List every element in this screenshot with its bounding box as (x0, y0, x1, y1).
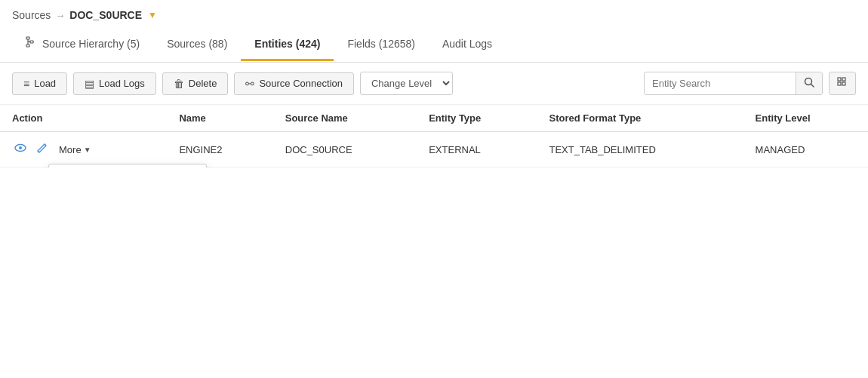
tabs-bar: Source Hierarchy (5) Sources (88) Entiti… (0, 27, 868, 63)
table-cell-stored-format-type: TEXT_TAB_DELIMITED (537, 132, 743, 167)
svg-rect-10 (838, 82, 841, 85)
delete-button[interactable]: 🗑 Delete (162, 72, 229, 95)
col-stored-format-type: Stored Format Type (537, 105, 743, 132)
table-row: More ▼ ≡ Load ▤ Load Logs (0, 132, 868, 167)
change-level-select[interactable]: Change Level (360, 72, 453, 95)
table-cell-entity-type: EXTERNAL (417, 132, 537, 167)
tab-entities-label: Entities (424) (254, 38, 320, 50)
view-icon-button[interactable] (12, 140, 29, 159)
tab-sources-label: Sources (88) (167, 38, 227, 50)
breadcrumb-current: DOC_S0URCE (69, 9, 142, 21)
more-caret-icon: ▼ (84, 146, 91, 154)
source-connection-button-label: Source Connection (259, 78, 343, 89)
col-action: Action (0, 105, 167, 132)
col-name: Name (167, 105, 272, 132)
source-connection-button[interactable]: ⚯ Source Connection (234, 72, 354, 95)
col-source-name: Source Name (273, 105, 417, 132)
entities-table: Action Name Source Name Entity Type Stor… (0, 105, 868, 167)
col-entity-level: Entity Level (743, 105, 868, 132)
tab-entities[interactable]: Entities (424) (241, 29, 334, 61)
hierarchy-icon (26, 36, 38, 51)
load-button-label: Load (34, 78, 56, 89)
action-icons: More ▼ ≡ Load ▤ Load Logs (12, 140, 155, 159)
load-logs-icon: ▤ (85, 78, 94, 90)
table-header-row: Action Name Source Name Entity Type Stor… (0, 105, 868, 132)
load-icon: ≡ (23, 78, 29, 90)
breadcrumb-sources-link[interactable]: Sources (12, 9, 51, 21)
table-cell-entity-level: MANAGED (743, 132, 868, 167)
breadcrumb-dropdown-icon[interactable]: ▼ (148, 10, 157, 20)
tab-audit-logs-label: Audit Logs (442, 38, 492, 50)
tab-source-hierarchy[interactable]: Source Hierarchy (5) (12, 27, 153, 62)
search-icon-button[interactable] (796, 72, 822, 94)
more-dropdown-menu: ≡ Load ▤ Load Logs 🗑 Delete (48, 164, 207, 168)
svg-rect-0 (26, 37, 29, 39)
more-button-label: More (59, 144, 82, 155)
svg-point-13 (19, 146, 22, 149)
table-cell-source-name: DOC_S0URCE (273, 132, 417, 167)
load-logs-button[interactable]: ▤ Load Logs (73, 72, 156, 95)
grid-view-button[interactable] (829, 72, 856, 95)
svg-rect-8 (838, 78, 841, 81)
tab-fields[interactable]: Fields (12658) (334, 29, 429, 61)
search-wrapper (644, 72, 823, 95)
edit-icon-button[interactable] (35, 140, 50, 158)
tab-fields-label: Fields (12658) (347, 38, 415, 50)
tab-audit-logs[interactable]: Audit Logs (429, 29, 506, 61)
col-entity-type: Entity Type (417, 105, 537, 132)
tab-sources[interactable]: Sources (88) (153, 29, 241, 61)
delete-button-label: Delete (189, 78, 217, 89)
table-cell-action: More ▼ ≡ Load ▤ Load Logs (0, 132, 167, 167)
more-button[interactable]: More ▼ (56, 143, 94, 157)
breadcrumb-separator: → (55, 10, 65, 21)
load-button[interactable]: ≡ Load (12, 72, 67, 95)
more-dropdown-container: More ▼ ≡ Load ▤ Load Logs (56, 143, 94, 157)
tab-source-hierarchy-label: Source Hierarchy (5) (42, 38, 140, 50)
load-logs-button-label: Load Logs (99, 78, 145, 89)
table-cell-name: ENGINE2 (167, 132, 272, 167)
toolbar: ≡ Load ▤ Load Logs 🗑 Delete ⚯ Source Con… (0, 63, 868, 105)
svg-line-7 (811, 84, 814, 87)
svg-rect-9 (842, 78, 845, 81)
source-connection-icon: ⚯ (245, 78, 254, 90)
svg-rect-2 (26, 45, 29, 47)
svg-rect-1 (30, 41, 33, 43)
svg-rect-11 (842, 82, 845, 85)
delete-icon: 🗑 (174, 78, 184, 90)
breadcrumb: Sources → DOC_S0URCE ▼ (0, 0, 868, 27)
entity-search-input[interactable] (645, 73, 796, 94)
